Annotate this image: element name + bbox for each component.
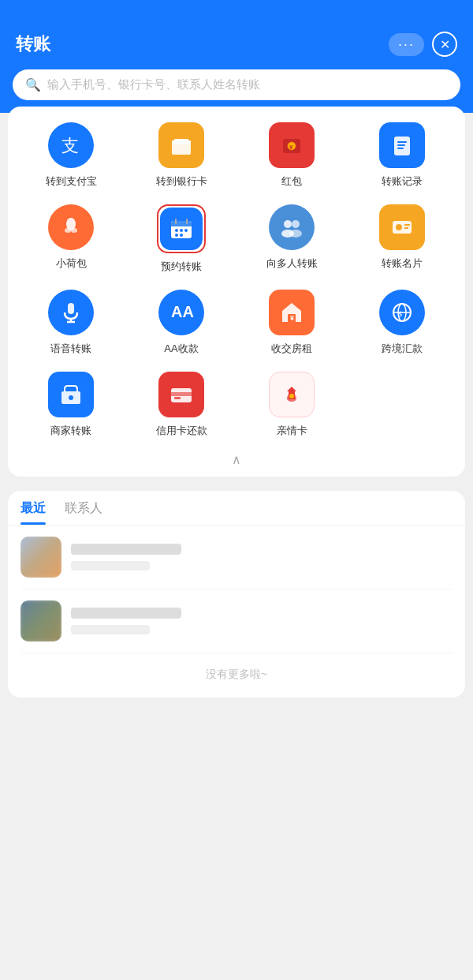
- svg-text:AA: AA: [171, 303, 194, 320]
- contact-item[interactable]: [20, 526, 453, 589]
- svg-text:¥: ¥: [289, 144, 293, 151]
- grid-item-alipay[interactable]: 支转到支付宝: [16, 122, 126, 189]
- grid-label-bank: 转到银行卡: [156, 174, 207, 189]
- grid-label-redpacket: 红包: [281, 174, 302, 189]
- avatar: [20, 600, 61, 641]
- grid-item-family[interactable]: 亲情卡: [236, 372, 347, 438]
- grid-label-rent: 收交房租: [271, 342, 312, 356]
- contact-name-blur: [71, 608, 181, 619]
- grid-label-scheduled: 预约转账: [161, 260, 202, 274]
- svg-point-22: [184, 229, 188, 232]
- page-title: 转账: [16, 32, 50, 56]
- grid-item-creditcard[interactable]: 信用卡还款: [126, 372, 236, 438]
- search-bar[interactable]: 🔍 输入手机号、银行卡号、联系人姓名转账: [13, 69, 460, 100]
- svg-rect-17: [171, 224, 192, 226]
- header: 转账 ··· ✕: [0, 0, 473, 69]
- collapse-row: ∧: [16, 446, 457, 467]
- tab-recent[interactable]: 最近: [20, 500, 46, 525]
- icon-overseas: $: [379, 290, 425, 335]
- grid-label-namecard: 转账名片: [382, 256, 423, 271]
- icon-creditcard: [158, 372, 204, 417]
- svg-rect-8: [397, 141, 407, 143]
- contact-name-blur: [71, 544, 181, 555]
- icon-record: [379, 122, 425, 168]
- grid-item-rent[interactable]: ¥收交房租: [236, 290, 347, 356]
- tabs-header: 最近 联系人: [8, 491, 465, 526]
- grid-item-redpacket[interactable]: ¥红包: [236, 122, 347, 189]
- collapse-button[interactable]: ∧: [232, 452, 241, 467]
- contact-sub-blur: [71, 561, 150, 570]
- grid-label-merchant: 商家转账: [50, 424, 91, 438]
- icon-bank: [158, 122, 204, 168]
- highlighted-icon-scheduled: [157, 204, 206, 253]
- svg-point-13: [65, 228, 71, 233]
- grid-label-aa: AA收款: [164, 342, 198, 356]
- grid-label-family: 亲情卡: [277, 424, 307, 438]
- icon-family: [269, 372, 315, 417]
- icon-multi: [269, 204, 315, 250]
- grid-label-creditcard: 信用卡还款: [156, 424, 207, 438]
- contact-info: [71, 608, 453, 634]
- main-card: 支转到支付宝转到银行卡¥红包转账记录小荷包预约转账向多人转账转账名片语音转账AA…: [8, 107, 465, 477]
- grid-label-alipay: 转到支付宝: [46, 174, 97, 189]
- tabs-section: 最近 联系人 没有更多啦~: [8, 491, 465, 698]
- svg-point-30: [396, 224, 402, 230]
- svg-rect-1: [172, 144, 191, 155]
- header-actions: ··· ✕: [389, 32, 457, 57]
- svg-point-24: [180, 234, 183, 237]
- grid-label-voice: 语音转账: [50, 342, 91, 356]
- grid-item-aa[interactable]: AAAA收款: [126, 290, 236, 356]
- svg-point-48: [289, 394, 294, 398]
- grid-label-overseas: 跨境汇款: [382, 342, 423, 356]
- svg-point-28: [289, 230, 302, 238]
- contact-sub-blur: [71, 625, 150, 634]
- svg-rect-46: [171, 392, 192, 396]
- grid-item-scheduled[interactable]: 预约转账: [126, 204, 236, 274]
- grid-item-multi[interactable]: 向多人转账: [236, 204, 347, 274]
- svg-text:¥: ¥: [290, 314, 294, 322]
- avatar: [20, 537, 61, 578]
- svg-point-20: [175, 229, 178, 232]
- svg-rect-10: [397, 148, 404, 149]
- contact-info: [71, 544, 453, 570]
- search-icon: 🔍: [25, 77, 41, 92]
- grid-item-overseas[interactable]: $跨境汇款: [347, 290, 457, 356]
- contact-item[interactable]: [20, 589, 453, 653]
- svg-point-23: [175, 234, 178, 237]
- svg-point-26: [292, 220, 300, 228]
- grid-item-bank[interactable]: 转到银行卡: [126, 122, 236, 189]
- icon-redpacket: ¥: [269, 122, 315, 168]
- icon-grid: 支转到支付宝转到银行卡¥红包转账记录小荷包预约转账向多人转账转账名片语音转账AA…: [16, 122, 457, 438]
- tab-contacts[interactable]: 联系人: [65, 500, 102, 525]
- grid-item-record[interactable]: 转账记录: [347, 122, 457, 189]
- svg-rect-33: [68, 303, 74, 314]
- grid-item-merchant[interactable]: 商家转账: [16, 372, 126, 438]
- more-button[interactable]: ···: [389, 33, 424, 56]
- svg-rect-47: [174, 397, 181, 399]
- close-button[interactable]: ✕: [432, 32, 457, 57]
- no-more-text: 没有更多啦~: [8, 653, 465, 698]
- icon-xiaohe: [48, 204, 94, 250]
- svg-text:$: $: [398, 310, 402, 318]
- icon-voice: [48, 290, 94, 335]
- icon-alipay: 支: [48, 122, 94, 168]
- svg-text:支: 支: [61, 136, 79, 155]
- grid-item-voice[interactable]: 语音转账: [16, 290, 126, 356]
- svg-rect-9: [397, 144, 405, 146]
- search-input[interactable]: 输入手机号、银行卡号、联系人姓名转账: [47, 77, 260, 92]
- grid-label-xiaohe: 小荷包: [56, 256, 87, 271]
- icon-aa: AA: [158, 290, 204, 335]
- grid-item-namecard[interactable]: 转账名片: [347, 204, 457, 274]
- svg-point-14: [71, 228, 77, 233]
- icon-namecard: [379, 204, 425, 250]
- svg-point-44: [69, 395, 73, 400]
- grid-item-xiaohe[interactable]: 小荷包: [16, 204, 126, 274]
- grid-label-record: 转账记录: [382, 174, 423, 189]
- svg-point-25: [284, 220, 292, 228]
- icon-rent: ¥: [269, 290, 315, 335]
- svg-rect-3: [174, 139, 188, 142]
- grid-label-multi: 向多人转账: [266, 256, 318, 271]
- icon-merchant: [48, 372, 94, 417]
- contact-list: [8, 526, 465, 653]
- svg-point-21: [180, 229, 183, 232]
